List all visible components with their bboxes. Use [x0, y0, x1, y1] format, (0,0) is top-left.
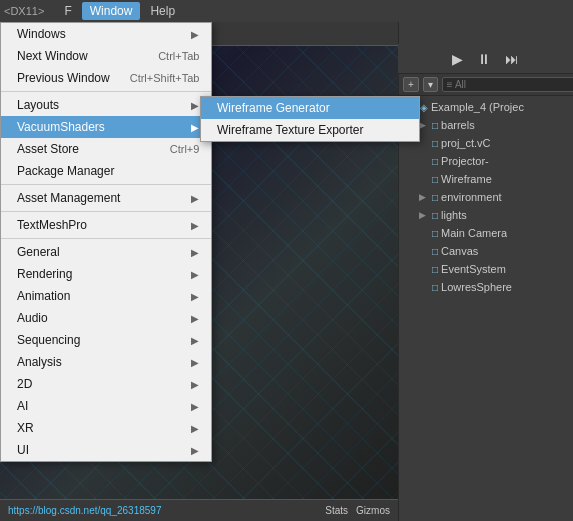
- pause-button[interactable]: ⏸: [473, 49, 495, 69]
- tree-item-environment[interactable]: ▶ □ environment: [399, 188, 573, 206]
- submenu-arrow: ▶: [191, 220, 199, 231]
- tree-item-lowressphere[interactable]: □ LowresSphere: [399, 278, 573, 296]
- cube-icon: □: [432, 138, 438, 149]
- tree-label-barrels: barrels: [441, 119, 475, 131]
- tree-label-wireframe: Wireframe: [441, 173, 492, 185]
- arrow-icon: ▶: [419, 192, 429, 202]
- separator-1: [1, 91, 211, 92]
- submenu-arrow: ▶: [191, 357, 199, 368]
- submenu-arrow: ▶: [191, 193, 199, 204]
- menu-item-animation[interactable]: Animation ▶: [1, 285, 211, 307]
- tree-item-example4[interactable]: ▼ ◈ Example_4 (Projec: [399, 98, 573, 116]
- submenu-arrow: ▶: [191, 379, 199, 390]
- tree-label-environment: environment: [441, 191, 502, 203]
- submenu-arrow: ▶: [191, 247, 199, 258]
- tree-label-proj-tvc: proj_ct.vC: [441, 137, 491, 149]
- tree-item-barrels[interactable]: ▶ □ barrels: [399, 116, 573, 134]
- window-dropdown: Windows ▶ Next Window Ctrl+Tab Previous …: [0, 22, 212, 462]
- dropdown-menu: Windows ▶ Next Window Ctrl+Tab Previous …: [0, 22, 212, 462]
- scene-url: https://blog.csdn.net/qq_26318597: [8, 505, 161, 516]
- tree-item-lights[interactable]: ▶ □ lights: [399, 206, 573, 224]
- menu-item-2d[interactable]: 2D ▶: [1, 373, 211, 395]
- cube-icon: □: [432, 264, 438, 275]
- submenu-arrow: ▶: [191, 100, 199, 111]
- submenu-arrow: ▶: [191, 445, 199, 456]
- arrow-icon: ▶: [419, 120, 429, 130]
- menu-help[interactable]: Help: [142, 2, 183, 20]
- cube-icon: □: [432, 174, 438, 185]
- tree-label-example4: Example_4 (Projec: [431, 101, 524, 113]
- play-controls: ▶ ⏸ ⏭: [398, 44, 573, 74]
- scene-bottom-bar: https://blog.csdn.net/qq_26318597 Stats …: [0, 499, 398, 521]
- gizmos-label[interactable]: Gizmos: [356, 505, 390, 516]
- tree-label-main-camera: Main Camera: [441, 227, 507, 239]
- hierarchy-add-btn[interactable]: +: [403, 77, 419, 92]
- menu-item-prev-window[interactable]: Previous Window Ctrl+Shift+Tab: [1, 67, 211, 89]
- menu-item-analysis[interactable]: Analysis ▶: [1, 351, 211, 373]
- tree-item-canvas[interactable]: □ Canvas: [399, 242, 573, 260]
- menu-item-vacuum-shaders[interactable]: VacuumShaders ▶: [1, 116, 211, 138]
- menu-item-package-manager[interactable]: Package Manager: [1, 160, 211, 182]
- hierarchy-toolbar: + ▾: [399, 74, 573, 96]
- tree-label-eventsystem: EventSystem: [441, 263, 506, 275]
- menu-bar: <DX11> F Window Help: [0, 0, 573, 22]
- cube-icon: □: [432, 228, 438, 239]
- arrow-icon: ▶: [419, 210, 429, 220]
- tree-label-canvas: Canvas: [441, 245, 478, 257]
- menu-window[interactable]: Window: [82, 2, 141, 20]
- menu-item-textmeshpro[interactable]: TextMeshPro ▶: [1, 214, 211, 236]
- hierarchy-menu-btn[interactable]: ▾: [423, 77, 438, 92]
- menu-item-audio[interactable]: Audio ▶: [1, 307, 211, 329]
- tree-label-lights: lights: [441, 209, 467, 221]
- submenu-arrow: ▶: [191, 335, 199, 346]
- hierarchy-panel: ▶ ⏸ ⏭ ☰ Hierarchy + ▾ ▼ ◈ Example_4 (Pro…: [398, 22, 573, 521]
- tree-item-proj-tvc[interactable]: □ proj_ct.vC: [399, 134, 573, 152]
- tree-item-wireframe[interactable]: □ Wireframe: [399, 170, 573, 188]
- menu-item-ai[interactable]: AI ▶: [1, 395, 211, 417]
- menu-item-layouts[interactable]: Layouts ▶: [1, 94, 211, 116]
- menu-item-xr[interactable]: XR ▶: [1, 417, 211, 439]
- menu-item-asset-management[interactable]: Asset Management ▶: [1, 187, 211, 209]
- cube-icon: □: [432, 156, 438, 167]
- tree-label-projector: Projector-: [441, 155, 489, 167]
- cube-icon: □: [432, 282, 438, 293]
- separator-4: [1, 238, 211, 239]
- tree-label-lowressphere: LowresSphere: [441, 281, 512, 293]
- submenu-item-wireframe-generator[interactable]: Wireframe Generator: [201, 97, 419, 119]
- vacuum-submenu: Wireframe Generator Wireframe Texture Ex…: [200, 96, 420, 142]
- cube-icon: □: [432, 120, 438, 131]
- hierarchy-search[interactable]: [442, 77, 573, 92]
- submenu-arrow: ▶: [191, 423, 199, 434]
- menu-item-general[interactable]: General ▶: [1, 241, 211, 263]
- submenu-arrow: ▶: [191, 401, 199, 412]
- separator-2: [1, 184, 211, 185]
- submenu-arrow: ▶: [191, 269, 199, 280]
- menu-item-windows[interactable]: Windows ▶: [1, 23, 211, 45]
- submenu-arrow: ▶: [191, 291, 199, 302]
- menu-f[interactable]: F: [56, 2, 79, 20]
- submenu-item-wireframe-texture[interactable]: Wireframe Texture Exporter: [201, 119, 419, 141]
- menu-item-rendering[interactable]: Rendering ▶: [1, 263, 211, 285]
- menu-item-sequencing[interactable]: Sequencing ▶: [1, 329, 211, 351]
- submenu-arrow: ▶: [191, 313, 199, 324]
- tree-item-projector[interactable]: □ Projector-: [399, 152, 573, 170]
- cube-icon: □: [432, 192, 438, 203]
- submenu-arrow: ▶: [191, 122, 199, 133]
- tree-item-main-camera[interactable]: □ Main Camera: [399, 224, 573, 242]
- submenu-arrow: ▶: [191, 29, 199, 40]
- app-title: <DX11>: [4, 5, 44, 17]
- separator-3: [1, 211, 211, 212]
- cube-icon: □: [432, 246, 438, 257]
- scene-icon: ◈: [420, 102, 428, 113]
- stats-label[interactable]: Stats: [325, 505, 348, 516]
- menu-item-asset-store[interactable]: Asset Store Ctrl+9: [1, 138, 211, 160]
- tree-item-eventsystem[interactable]: □ EventSystem: [399, 260, 573, 278]
- play-button[interactable]: ▶: [448, 49, 467, 69]
- hierarchy-tree: ▼ ◈ Example_4 (Projec ▶ □ barrels □ proj…: [399, 96, 573, 521]
- menu-item-ui[interactable]: UI ▶: [1, 439, 211, 461]
- cube-icon: □: [432, 210, 438, 221]
- step-button[interactable]: ⏭: [501, 49, 523, 69]
- menu-item-next-window[interactable]: Next Window Ctrl+Tab: [1, 45, 211, 67]
